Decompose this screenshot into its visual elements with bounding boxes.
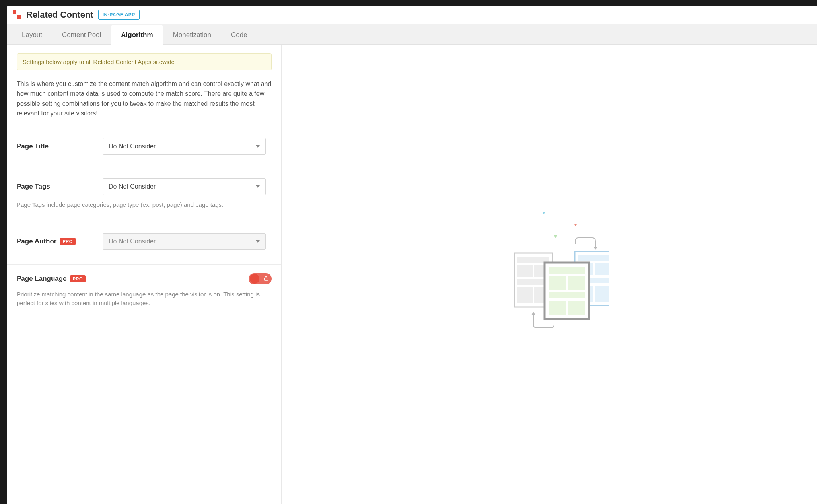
page-tags-select[interactable]: Do Not Consider bbox=[103, 178, 266, 195]
in-page-app-badge: IN-PAGE APP bbox=[98, 10, 140, 20]
svg-rect-8 bbox=[517, 265, 533, 277]
svg-rect-23 bbox=[568, 276, 585, 290]
svg-rect-26 bbox=[568, 301, 585, 315]
settings-panel: Settings below apply to all Related Cont… bbox=[7, 45, 282, 504]
chevron-down-icon bbox=[256, 145, 260, 148]
svg-rect-14 bbox=[578, 255, 609, 261]
layout-illustration bbox=[490, 207, 609, 342]
chevron-down-icon bbox=[256, 185, 260, 188]
chevron-down-icon bbox=[256, 240, 260, 243]
pro-badge: PRO bbox=[70, 275, 86, 282]
svg-rect-22 bbox=[549, 276, 566, 290]
tab-layout[interactable]: Layout bbox=[12, 25, 52, 45]
page-header: Related Content IN-PAGE APP bbox=[7, 6, 817, 24]
page-title: Related Content bbox=[26, 10, 93, 20]
svg-marker-2 bbox=[574, 224, 577, 226]
svg-marker-1 bbox=[542, 212, 545, 214]
svg-rect-19 bbox=[595, 286, 609, 302]
section-page-title: Page Title Do Not Consider bbox=[7, 129, 281, 159]
svg-rect-0 bbox=[264, 278, 268, 280]
svg-rect-21 bbox=[549, 267, 585, 274]
page-language-toggle[interactable] bbox=[249, 273, 272, 284]
tab-bar: Layout Content Pool Algorithm Monetizati… bbox=[7, 24, 817, 45]
svg-rect-11 bbox=[517, 287, 533, 303]
section-page-language: Page Language PRO Prioritize matching co… bbox=[7, 264, 281, 312]
svg-rect-25 bbox=[549, 301, 566, 315]
page-tags-help: Page Tags include page categories, page … bbox=[17, 200, 272, 210]
page-tags-value: Do Not Consider bbox=[109, 183, 156, 190]
preview-panel bbox=[282, 45, 817, 504]
svg-marker-5 bbox=[531, 312, 535, 315]
svg-marker-3 bbox=[554, 235, 557, 238]
lock-icon bbox=[263, 276, 269, 282]
page-title-select[interactable]: Do Not Consider bbox=[103, 138, 266, 155]
page-language-help: Prioritize matching content in the same … bbox=[17, 290, 272, 308]
tab-monetization[interactable]: Monetization bbox=[163, 25, 221, 45]
related-content-icon bbox=[13, 10, 22, 19]
content-body: Settings below apply to all Related Cont… bbox=[7, 45, 817, 504]
toggle-knob bbox=[250, 274, 259, 284]
section-page-author: Page Author PRO Do Not Consider bbox=[7, 224, 281, 254]
page-author-select[interactable]: Do Not Consider bbox=[103, 233, 266, 250]
section-page-tags: Page Tags Do Not Consider Page Tags incl… bbox=[7, 169, 281, 214]
svg-marker-4 bbox=[593, 247, 597, 250]
page-author-value: Do Not Consider bbox=[109, 238, 156, 245]
page-author-label: Page Author bbox=[17, 237, 56, 245]
tab-code[interactable]: Code bbox=[221, 25, 257, 45]
page-title-label: Page Title bbox=[17, 142, 49, 150]
pro-badge: PRO bbox=[60, 238, 75, 245]
page-tags-label: Page Tags bbox=[17, 183, 50, 191]
tab-content-pool[interactable]: Content Pool bbox=[52, 25, 111, 45]
page-language-label: Page Language bbox=[17, 275, 67, 283]
app-shell: Related Content IN-PAGE APP Layout Conte… bbox=[7, 6, 817, 504]
intro-text: This is where you customize the content … bbox=[17, 79, 272, 119]
svg-rect-24 bbox=[549, 292, 585, 298]
page-title-value: Do Not Consider bbox=[109, 143, 156, 150]
svg-rect-16 bbox=[595, 263, 609, 275]
tab-algorithm[interactable]: Algorithm bbox=[111, 25, 163, 45]
sitewide-notice: Settings below apply to all Related Cont… bbox=[17, 53, 272, 70]
